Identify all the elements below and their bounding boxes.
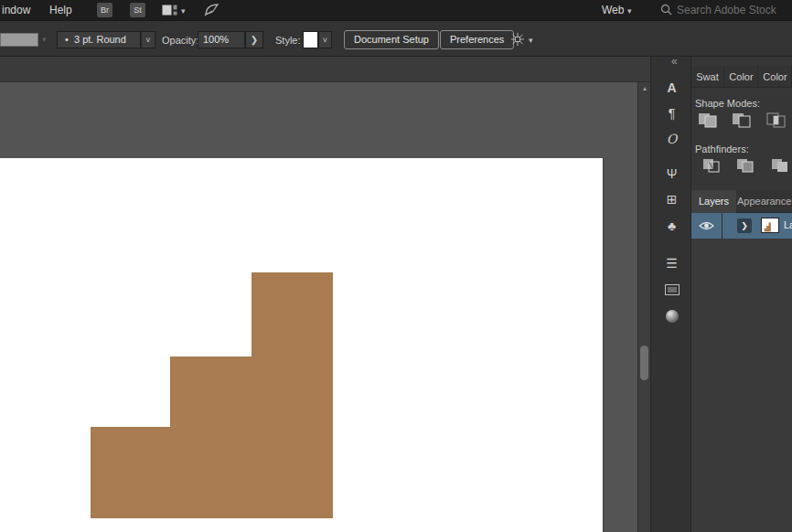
swatches-color-tabs: Swat Color Color [691,66,792,88]
layer-thumbnail[interactable] [761,218,779,233]
opacity-input[interactable]: 100% [198,31,245,48]
stock-badge-icon[interactable]: St [130,3,145,17]
application-layout-icon[interactable] [162,5,177,18]
brush-definition-dropdown[interactable]: • 3 pt. Round [57,31,141,48]
column-divider [722,213,722,239]
color-themes-panel-icon[interactable]: Ψ [651,163,692,185]
scroll-up-arrow-icon[interactable]: ▴ [638,84,651,92]
bridge-badge-icon[interactable]: Br [97,3,112,17]
panel-icon-strip: « A ¶ O Ψ ⊞ ♣ ☰ [650,57,691,532]
gradient-panel-icon[interactable] [651,279,692,301]
chevron-down-icon[interactable]: ▾ [181,6,186,16]
pathfinders-row [691,158,792,178]
layers-appearance-tabs: Layers Appearance [691,190,792,213]
canvas-pasteboard[interactable] [0,82,637,532]
style-label: Style: [275,35,301,46]
trim-pathfinder-icon[interactable] [736,158,755,176]
illustrator-window: indow Help Br St ▾ Web ▾ Search Adobe St… [0,0,792,532]
gpu-performance-icon[interactable] [203,2,221,20]
workspace-switcher[interactable]: Web [602,4,624,16]
menu-help[interactable]: Help [49,4,72,16]
brush-definition-label: 3 pt. Round [74,34,126,45]
paragraph-panel-icon[interactable]: ¶ [651,102,692,124]
divide-pathfinder-icon[interactable] [702,158,721,176]
scrollbar-thumb[interactable] [640,346,648,380]
opentype-panel-icon[interactable]: O [651,128,692,150]
brush-bullet: • [65,34,69,45]
minus-front-shape-mode-icon[interactable] [732,112,752,130]
document-tab-bar [0,57,650,82]
tab-color[interactable]: Color [725,66,758,88]
shape-modes-row [691,112,792,133]
stairs-polygon[interactable] [91,272,333,518]
fill-swatch-dropdown[interactable] [0,33,38,47]
layer-thumbnail-stairs [765,223,771,232]
stairs-shape[interactable] [0,158,603,532]
unite-shape-mode-icon[interactable] [698,112,718,130]
style-swatch[interactable] [303,31,318,48]
vertical-scrollbar[interactable]: ▴ [637,82,650,532]
menu-window[interactable]: indow [2,4,30,16]
layer-name[interactable]: La [784,219,792,230]
pathfinders-label: Pathfinders: [695,144,749,154]
chevron-down-icon: ▾ [42,35,47,44]
right-dock-panel: Swat Color Color Shape Modes: Pathfinder… [691,57,792,532]
tab-color-guide[interactable]: Color [759,66,792,88]
character-panel-icon[interactable]: A [651,77,692,99]
search-adobe-stock-input[interactable]: Search Adobe Stock [677,4,776,16]
opacity-dropdown-chevron-icon[interactable]: ❯ [245,31,263,48]
visibility-eye-icon[interactable] [699,220,714,233]
intersect-shape-mode-icon[interactable] [766,112,787,130]
sphere-panel-icon[interactable] [651,305,692,327]
merge-pathfinder-icon[interactable] [771,158,789,176]
tab-appearance[interactable]: Appearance [730,190,792,213]
symbols-panel-icon[interactable]: ♣ [651,215,692,237]
control-bar: ▾ • 3 pt. Round ˅ Opacity: 100% ❯ Style:… [0,20,792,57]
shape-modes-label: Shape Modes: [695,98,760,109]
layer-row[interactable]: ❯ La [691,213,792,239]
layers-panel-body: ❯ La [691,213,792,532]
document-setup-button[interactable]: Document Setup [344,30,439,49]
search-icon[interactable] [660,4,672,18]
crosshair-icon[interactable] [509,32,526,48]
brush-dropdown-chevron-icon[interactable]: ˅ [141,31,155,48]
menu-bar: indow Help Br St ▾ Web ▾ Search Adobe St… [0,0,792,20]
layer-expand-chevron-icon[interactable]: ❯ [737,218,752,233]
artboard[interactable] [0,158,603,532]
stroke-panel-icon[interactable]: ☰ [651,252,692,274]
opacity-label: Opacity: [162,35,198,46]
chevron-down-icon[interactable]: ▾ [529,36,533,45]
preferences-button[interactable]: Preferences [440,30,514,49]
style-dropdown-chevron-icon[interactable]: ˅ [318,31,332,48]
tab-swatches[interactable]: Swat [691,66,724,88]
chevron-down-icon[interactable]: ▾ [627,6,632,16]
collapse-panels-icon[interactable]: « [671,55,678,68]
artboard-panel-icon[interactable]: ⊞ [651,188,692,210]
